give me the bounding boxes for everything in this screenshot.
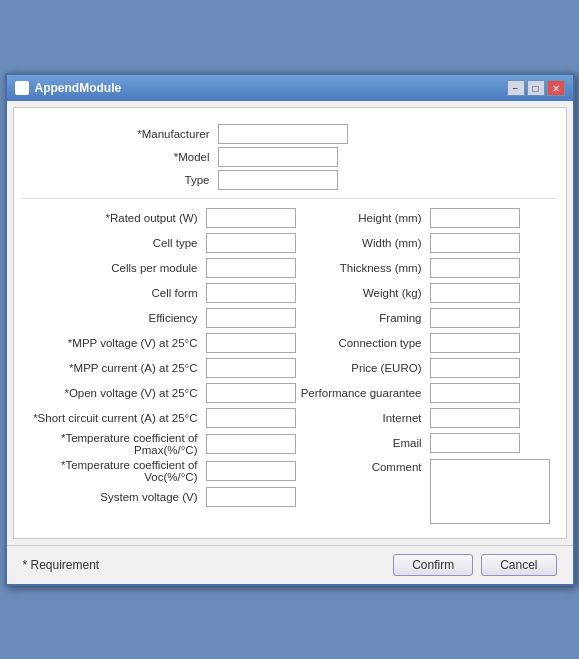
title-bar-left: AppendModule <box>15 81 122 95</box>
button-group: Confirm Cancel <box>393 554 556 576</box>
input-model[interactable] <box>218 147 338 167</box>
input-weight[interactable] <box>430 283 520 303</box>
label-cell-type: Cell type <box>22 237 202 249</box>
input-open-voltage[interactable] <box>206 383 296 403</box>
top-section: *Manufacturer *Model Type <box>14 118 566 194</box>
label-mpp-voltage: *MPP voltage (V) at 25°C <box>22 337 202 349</box>
input-system-voltage[interactable] <box>206 487 296 507</box>
form-content: *Manufacturer *Model Type *Rated output … <box>13 107 567 539</box>
label-thickness: Thickness (mm) <box>296 262 426 274</box>
title-bar: AppendModule − □ ✕ <box>7 75 573 101</box>
label-system-voltage: System voltage (V) <box>22 491 202 503</box>
input-width[interactable] <box>430 233 520 253</box>
field-row-open-voltage: *Open voltage (V) at 25°C <box>22 382 296 404</box>
input-framing[interactable] <box>430 308 520 328</box>
app-window: AppendModule − □ ✕ *Manufacturer *Model … <box>5 73 575 586</box>
input-mpp-voltage[interactable] <box>206 333 296 353</box>
input-type[interactable] <box>218 170 338 190</box>
label-cells-per-module: Cells per module <box>22 262 202 274</box>
footer: * Requirement Confirm Cancel <box>7 545 573 584</box>
field-row-cell-type: Cell type <box>22 232 296 254</box>
label-short-circuit: *Short circuit current (A) at 25°C <box>22 412 202 424</box>
right-column: Height (mm) Width (mm) Thickness (mm) We… <box>296 207 558 524</box>
field-row-cell-form: Cell form <box>22 282 296 304</box>
input-cell-type[interactable] <box>206 233 296 253</box>
field-row-mpp-voltage: *MPP voltage (V) at 25°C <box>22 332 296 354</box>
divider-top <box>22 198 558 199</box>
label-cell-form: Cell form <box>22 287 202 299</box>
label-price: Price (EURO) <box>296 362 426 374</box>
field-row-manufacturer: *Manufacturer <box>34 124 348 144</box>
left-column: *Rated output (W) Cell type Cells per mo… <box>22 207 296 524</box>
input-performance[interactable] <box>430 383 520 403</box>
label-weight: Weight (kg) <box>296 287 426 299</box>
input-thickness[interactable] <box>430 258 520 278</box>
input-mpp-current[interactable] <box>206 358 296 378</box>
label-rated-output: *Rated output (W) <box>22 212 202 224</box>
label-manufacturer: *Manufacturer <box>34 128 214 140</box>
label-open-voltage: *Open voltage (V) at 25°C <box>22 387 202 399</box>
label-email: Email <box>296 437 426 449</box>
confirm-button[interactable]: Confirm <box>393 554 473 576</box>
field-row-temp-voc: *Temperature coefficient of Voc(%/°C) <box>22 459 296 483</box>
field-row-model: *Model <box>34 147 338 167</box>
label-internet: Internet <box>296 412 426 424</box>
window-title: AppendModule <box>35 81 122 95</box>
minimize-button[interactable]: − <box>507 80 525 96</box>
input-email[interactable] <box>430 433 520 453</box>
label-mpp-current: *MPP current (A) at 25°C <box>22 362 202 374</box>
input-connection[interactable] <box>430 333 520 353</box>
input-internet[interactable] <box>430 408 520 428</box>
field-row-cells-per-module: Cells per module <box>22 257 296 279</box>
label-temp-pmax: *Temperature coefficient of Pmax(%/°C) <box>22 432 202 456</box>
field-row-temp-pmax: *Temperature coefficient of Pmax(%/°C) <box>22 432 296 456</box>
label-model: *Model <box>34 151 214 163</box>
label-temp-voc: *Temperature coefficient of Voc(%/°C) <box>22 459 202 483</box>
input-price[interactable] <box>430 358 520 378</box>
input-rated-output[interactable] <box>206 208 296 228</box>
label-type: Type <box>34 174 214 186</box>
label-width: Width (mm) <box>296 237 426 249</box>
close-button[interactable]: ✕ <box>547 80 565 96</box>
input-temp-pmax[interactable] <box>206 434 296 454</box>
field-row-width: Width (mm) <box>296 232 558 254</box>
label-performance: Performance guarantee <box>296 387 426 399</box>
field-row-performance: Performance guarantee <box>296 382 558 404</box>
field-row-internet: Internet <box>296 407 558 429</box>
app-icon <box>15 81 29 95</box>
field-row-framing: Framing <box>296 307 558 329</box>
main-form-area: *Rated output (W) Cell type Cells per mo… <box>14 203 566 528</box>
field-row-mpp-current: *MPP current (A) at 25°C <box>22 357 296 379</box>
label-height: Height (mm) <box>296 212 426 224</box>
maximize-button[interactable]: □ <box>527 80 545 96</box>
label-framing: Framing <box>296 312 426 324</box>
input-cells-per-module[interactable] <box>206 258 296 278</box>
label-comment: Comment <box>296 459 426 473</box>
label-efficiency: Efficiency <box>22 312 202 324</box>
field-row-thickness: Thickness (mm) <box>296 257 558 279</box>
input-efficiency[interactable] <box>206 308 296 328</box>
input-temp-voc[interactable] <box>206 461 296 481</box>
field-row-efficiency: Efficiency <box>22 307 296 329</box>
input-comment[interactable] <box>430 459 550 524</box>
field-row-type: Type <box>34 170 338 190</box>
field-row-email: Email <box>296 432 558 454</box>
field-row-weight: Weight (kg) <box>296 282 558 304</box>
field-row-comment: Comment <box>296 459 558 524</box>
input-cell-form[interactable] <box>206 283 296 303</box>
input-height[interactable] <box>430 208 520 228</box>
requirement-label: * Requirement <box>23 558 100 572</box>
field-row-short-circuit: *Short circuit current (A) at 25°C <box>22 407 296 429</box>
field-row-rated-output: *Rated output (W) <box>22 207 296 229</box>
input-short-circuit[interactable] <box>206 408 296 428</box>
field-row-system-voltage: System voltage (V) <box>22 486 296 508</box>
field-row-height: Height (mm) <box>296 207 558 229</box>
label-connection: Connection type <box>296 337 426 349</box>
cancel-button[interactable]: Cancel <box>481 554 556 576</box>
field-row-connection: Connection type <box>296 332 558 354</box>
title-buttons: − □ ✕ <box>507 80 565 96</box>
field-row-price: Price (EURO) <box>296 357 558 379</box>
input-manufacturer[interactable] <box>218 124 348 144</box>
